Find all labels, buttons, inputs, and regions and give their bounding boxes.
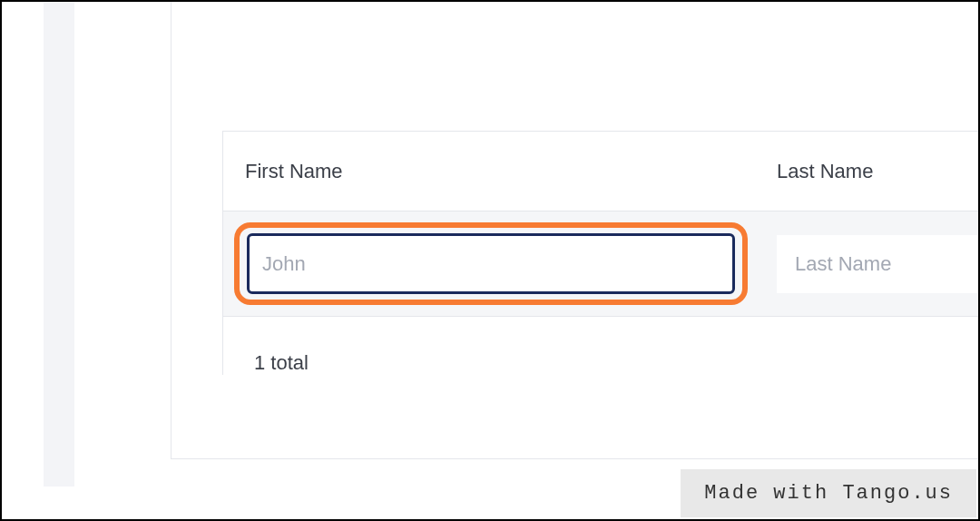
sidebar-strip [44,2,74,487]
table-header-row: First Name Last Name [223,132,978,211]
content-panel: First Name Last Name 1 total [171,2,978,459]
table-row [223,211,978,317]
header-last-name: Last Name [755,132,978,211]
last-name-input[interactable] [777,235,978,293]
screenshot-frame: First Name Last Name 1 total Made with T… [0,0,980,521]
table-footer-count: 1 total [223,317,978,375]
last-name-cell [755,211,978,316]
first-name-input[interactable] [247,233,735,294]
first-name-cell [223,211,755,316]
form-table: First Name Last Name 1 total [222,131,978,375]
watermark-badge: Made with Tango.us [681,469,976,517]
header-first-name: First Name [223,132,755,211]
